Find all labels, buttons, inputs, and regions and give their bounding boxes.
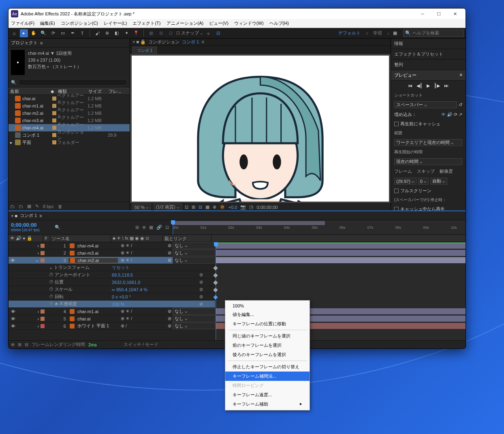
close-button[interactable]: ✕ — [447, 9, 463, 19]
info-panel[interactable]: 情報 — [391, 39, 466, 49]
zoom-tool[interactable]: 🔍 — [39, 29, 47, 37]
ctx-item[interactable]: 前のキーフレームを選択 — [225, 341, 310, 350]
v-icon[interactable]: ▦ — [205, 204, 209, 210]
pen-tool[interactable]: ✒ — [68, 29, 77, 37]
ext-icon[interactable]: ↗ — [459, 112, 462, 117]
new-folder-icon[interactable]: 🗀 — [19, 204, 23, 209]
minimize-button[interactable]: ─ — [414, 9, 431, 19]
selection-tool[interactable]: ▸ — [20, 29, 28, 37]
interpret-icon[interactable]: 🗀 — [10, 204, 15, 209]
frame-dd[interactable]: (29.97)⌵ — [394, 178, 416, 185]
first-frame-icon[interactable]: ⏮ — [408, 83, 412, 88]
ctx-item[interactable]: キーフレーム補助 — [225, 400, 310, 409]
layer-row[interactable]: ›1char-m4.ai⊕ ☀ /⊘ なし ⌵ — [9, 242, 215, 249]
v-icon[interactable]: ⊡ — [185, 204, 188, 210]
snap-toggle[interactable]: ☐ スナップ ⌵ — [176, 30, 203, 36]
align-icon-2[interactable]: ⊞ — [157, 29, 165, 37]
maximize-button[interactable]: ☐ — [431, 9, 447, 19]
layer-row[interactable]: 👁›6ホワイト 平面 1⊕ /⊘ なし ⌵ — [9, 322, 215, 330]
menu-item[interactable]: ウィンドウ(W) — [234, 20, 264, 26]
col-size[interactable]: サイズ — [87, 88, 107, 95]
mode-learn[interactable]: 学習 — [370, 30, 385, 36]
comp-tab[interactable]: コンポ 1 — [132, 47, 157, 54]
title-bar[interactable]: Ae Adobe After Effects 2022 - 名称未設定プロジェク… — [9, 9, 466, 19]
menu-item[interactable]: 編集(E) — [40, 20, 55, 26]
preview-panel[interactable]: プレビュー≡ — [391, 70, 466, 81]
v-icon[interactable]: ⊟ — [199, 204, 202, 210]
trash-icon[interactable]: 🗑 — [58, 204, 62, 209]
fx-panel[interactable]: エフェクト＆プリセット — [391, 49, 466, 60]
viewer-time[interactable]: 0;00;00;00 — [256, 205, 278, 210]
comp-link[interactable]: コンポ 1 — [182, 39, 199, 45]
next-frame-icon[interactable]: ┃▶ — [434, 83, 440, 88]
timecode[interactable]: 0;00;00;00 — [11, 222, 51, 228]
property-row[interactable]: ⏱スケール∞ 850.4,1047.4 %⊘ — [9, 286, 215, 293]
ctx-item[interactable]: 停止したキーフレームの切り替え — [225, 362, 310, 372]
orbit-tool[interactable]: ⟳ — [49, 29, 57, 37]
snap-box[interactable]: ⊡ — [214, 29, 222, 37]
ctx-item[interactable]: 100% — [225, 302, 310, 310]
skip-dd[interactable]: 0⌵ — [418, 178, 429, 185]
brush-tool[interactable]: 🖌 — [93, 29, 101, 37]
ctx-item[interactable]: 後ろのキーフレームを選択 — [225, 350, 310, 359]
mode-default[interactable]: デフォルト — [335, 30, 364, 36]
pin-tool[interactable]: 📍 — [132, 29, 140, 37]
v-icon[interactable]: ⊕ — [213, 204, 216, 210]
project-row[interactable]: コンポ 1コンポジション29.9 — [9, 131, 130, 139]
property-row[interactable]: ⏱アンカーポイント69.5,118.5⊘ — [9, 271, 215, 279]
stamp-tool[interactable]: ⊛ — [103, 29, 111, 37]
snapshot-icon[interactable]: 📷 — [240, 204, 246, 210]
property-row[interactable]: ⏱⬘ 不透明度100 %⊘ — [9, 301, 215, 308]
eye-icon[interactable]: 👁 — [441, 112, 446, 117]
shortcut-dd[interactable]: スペースバー ⌵ — [394, 101, 457, 108]
roto-tool[interactable]: ✦ — [122, 29, 130, 37]
zoom-dd[interactable]: 50 % ⌵ — [132, 204, 151, 211]
menu-item[interactable]: コンポジション(C) — [61, 20, 98, 26]
menu-item[interactable]: アニメーション(A) — [167, 20, 204, 26]
menu-item[interactable]: ヘルプ(H) — [269, 20, 289, 26]
menu-item[interactable]: レイヤー(L) — [104, 20, 127, 26]
help-search[interactable]: 🔍 ヘルプを検索 — [403, 30, 464, 37]
ctx-item[interactable]: キーフレーム補間法... — [225, 372, 310, 381]
menu-item[interactable]: ファイル(F) — [11, 20, 34, 26]
align-icon-3[interactable]: ⊡ — [167, 29, 175, 37]
layer-row[interactable]: 👁›5char.ai⊕ ☀ /⊘ なし ⌵ — [9, 315, 215, 322]
snap-opt[interactable]: ⟐ — [204, 29, 212, 37]
playfrom-dd[interactable]: 現在の時間 ⌵ — [394, 158, 462, 165]
ctx-item[interactable]: 同じ値のキーフレームを選択 — [225, 331, 310, 341]
quality-dd[interactable]: (1/2 画質) ⌵ — [154, 204, 182, 211]
layer-row[interactable]: 👁›4char-m1.ai⊕ ☀ /⊘ なし ⌵ — [9, 308, 215, 315]
precache-chk[interactable] — [394, 122, 399, 126]
v-icon[interactable]: ⊞ — [192, 204, 195, 210]
ctx-item[interactable]: キーフレーム速度... — [225, 390, 310, 400]
menu-item[interactable]: ビュー(V) — [209, 20, 229, 26]
layer-row[interactable]: 👁⌄3char-m2.ai⊕ ☀ /⊘ なし ⌵ — [9, 257, 215, 264]
fullscr-chk[interactable] — [394, 189, 399, 193]
ctx-item[interactable]: 値を編集... — [225, 310, 310, 319]
play-icon[interactable]: ▶ — [427, 83, 430, 88]
project-search[interactable] — [18, 79, 127, 86]
col-fr[interactable]: フレ... — [107, 88, 123, 95]
adjust-icon[interactable]: ✎ — [35, 204, 39, 209]
layer-row[interactable]: ›2char-m3.ai⊕ ☀ /⊘ なし ⌵ — [9, 249, 215, 257]
text-tool[interactable]: T — [78, 29, 86, 37]
workspace-icon[interactable]: ▦ — [391, 29, 399, 37]
tl-tab[interactable]: コンポ 1 — [20, 213, 37, 219]
range-dd[interactable]: ワークエリアと現在の時間 ⌵ — [394, 139, 462, 146]
v-icon[interactable]: ◳ — [249, 204, 253, 210]
ctx-item[interactable]: 時間ローピング — [225, 381, 310, 390]
comp-canvas[interactable] — [132, 56, 389, 202]
align-icon[interactable]: ▦ — [147, 29, 155, 37]
ctx-item[interactable]: キーフレームの位置に移動 — [225, 319, 310, 329]
loop-icon[interactable]: ⟳ — [454, 112, 457, 117]
v-icon[interactable]: 🔅 — [220, 204, 225, 210]
project-row[interactable]: ▸平面フォルダー — [9, 139, 130, 146]
col-name[interactable]: 名前 — [9, 88, 49, 95]
res-dd[interactable]: 自動⌵ — [430, 178, 447, 185]
property-row[interactable]: ⏱位置2632.0,1661.0⊘ — [9, 279, 215, 286]
eraser-tool[interactable]: ◧ — [113, 29, 121, 37]
prev-frame-icon[interactable]: ◀┃ — [416, 83, 423, 88]
exposure[interactable]: +0.0 — [229, 205, 237, 210]
reset-icon[interactable]: ↺ — [459, 102, 462, 107]
last-frame-icon[interactable]: ⏭ — [444, 83, 448, 88]
